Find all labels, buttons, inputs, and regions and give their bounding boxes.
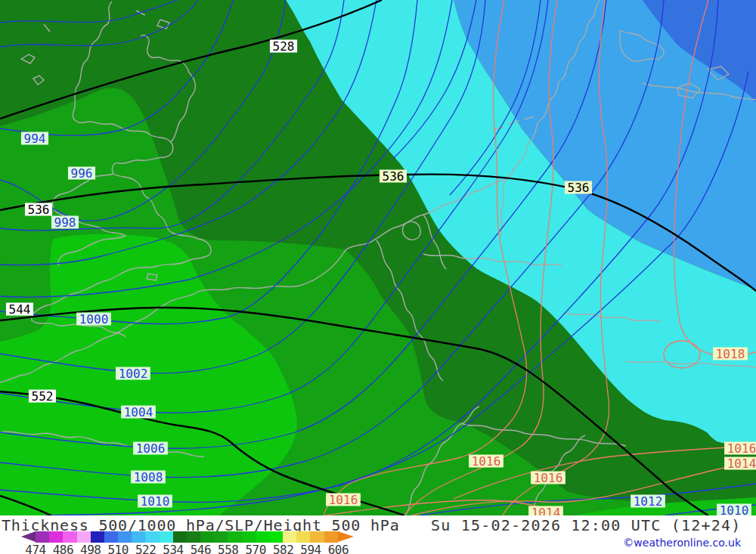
height-label: 1016	[326, 493, 361, 507]
svg-text:544: 544	[9, 302, 31, 317]
svg-text:1012: 1012	[634, 494, 663, 509]
colorbar-tick-label: 582	[273, 543, 293, 554]
legend-footer: Thickness 500/1000 hPa/SLP/Height 500 hP…	[0, 515, 756, 554]
svg-text:536: 536	[28, 203, 50, 217]
svg-text:1010: 1010	[720, 503, 749, 516]
colorbar-tick-label: 474	[25, 543, 45, 554]
thickness-label: 544	[6, 302, 33, 317]
svg-text:1008: 1008	[134, 470, 163, 484]
colorbar-tick-label: 606	[328, 543, 349, 554]
pressure-label: 1010	[717, 503, 751, 516]
svg-text:1016: 1016	[329, 493, 358, 507]
svg-text:998: 998	[54, 215, 76, 230]
colorbar-segment	[63, 531, 76, 543]
pressure-label: 1008	[131, 470, 166, 484]
svg-text:1016: 1016	[727, 441, 756, 456]
svg-text:1002: 1002	[119, 367, 148, 381]
thickness-colorbar	[21, 531, 354, 543]
svg-text:536: 536	[383, 169, 404, 184]
colorbar-tick-label: 486	[53, 543, 73, 554]
svg-text:552: 552	[32, 389, 54, 404]
colorbar-tick-label: 498	[80, 543, 101, 554]
colorbar-segment	[104, 531, 118, 543]
colorbar-tick-label: 558	[218, 543, 238, 554]
weather-chart-page: { "map": { "region_colors": { "dark_gree…	[0, 0, 756, 554]
pressure-label: 1000	[76, 312, 111, 327]
colorbar-tick-label: 594	[300, 543, 321, 554]
colorbar-segment	[296, 531, 310, 543]
svg-text:1006: 1006	[136, 441, 166, 456]
colorbar-tick-label: 546	[191, 543, 211, 554]
svg-text:1014: 1014	[531, 506, 561, 516]
colorbar-segment	[324, 531, 338, 543]
height-label: 1014	[724, 457, 756, 471]
colorbar-segment	[145, 531, 159, 543]
colorbar-segment	[269, 531, 283, 543]
pressure-label: 998	[51, 215, 79, 230]
colorbar-segment	[256, 531, 269, 543]
colorbar-segment	[242, 531, 256, 543]
colorbar-segment	[118, 531, 132, 543]
height-label: 1018	[713, 347, 748, 361]
pressure-label: 1010	[138, 494, 172, 509]
colorbar-segment	[283, 531, 296, 543]
svg-text:536: 536	[568, 181, 590, 195]
pressure-label: 1002	[116, 367, 150, 381]
pressure-label: 1006	[133, 441, 168, 456]
colorbar-tick-label: 570	[245, 543, 265, 554]
weather-map: 9949969981000100210041006100810101012101…	[0, 0, 756, 515]
svg-text:528: 528	[273, 39, 295, 54]
colorbar-segment	[228, 531, 241, 543]
svg-text:994: 994	[24, 132, 46, 146]
pressure-label: 1012	[631, 494, 665, 509]
svg-text:1014: 1014	[727, 457, 756, 471]
colorbar-segment	[214, 531, 228, 543]
thickness-label: 536	[565, 181, 592, 195]
height-label: 1014	[528, 506, 563, 516]
valid-datetime: Su 15-02-2026 12:00 UTC (12+24)	[431, 516, 741, 534]
thickness-label: 536	[380, 169, 407, 184]
height-label: 1016	[724, 441, 756, 456]
thickness-label: 528	[270, 39, 297, 54]
colorbar-tick-label: 510	[107, 543, 128, 554]
colorbar-segment	[49, 531, 63, 543]
svg-text:1010: 1010	[141, 494, 170, 509]
svg-text:1000: 1000	[79, 312, 109, 327]
colorbar-segment	[310, 531, 324, 543]
copyright-link[interactable]: ©weatheronline.co.uk	[623, 537, 741, 549]
colorbar-segment	[187, 531, 200, 543]
pressure-label: 994	[21, 132, 48, 146]
svg-text:1018: 1018	[716, 347, 745, 361]
colorbar-segment	[77, 531, 91, 543]
colorbar-ticks: 474486498510522534546558570582594606	[0, 543, 393, 554]
colorbar-segment	[160, 531, 173, 543]
svg-text:996: 996	[71, 166, 93, 181]
height-label: 1016	[469, 454, 503, 469]
colorbar-tail-arrow	[21, 531, 36, 542]
colorbar-tick-label: 534	[163, 543, 183, 554]
svg-text:1004: 1004	[124, 405, 153, 419]
height-label: 1016	[531, 471, 565, 485]
weather-map-svg: 9949969981000100210041006100810101012101…	[0, 0, 756, 515]
colorbar-head-arrow	[338, 531, 354, 542]
pressure-label: 996	[68, 166, 95, 181]
colorbar-segment	[173, 531, 187, 543]
colorbar-segment	[200, 531, 214, 543]
svg-text:1016: 1016	[534, 471, 563, 485]
svg-text:1016: 1016	[472, 454, 501, 469]
colorbar-tick-label: 522	[135, 543, 156, 554]
thickness-label: 552	[29, 389, 56, 404]
colorbar-segment	[36, 531, 49, 543]
colorbar-segment	[91, 531, 104, 543]
thickness-label: 536	[25, 203, 52, 217]
pressure-label: 1004	[121, 405, 156, 419]
colorbar-segment	[132, 531, 145, 543]
